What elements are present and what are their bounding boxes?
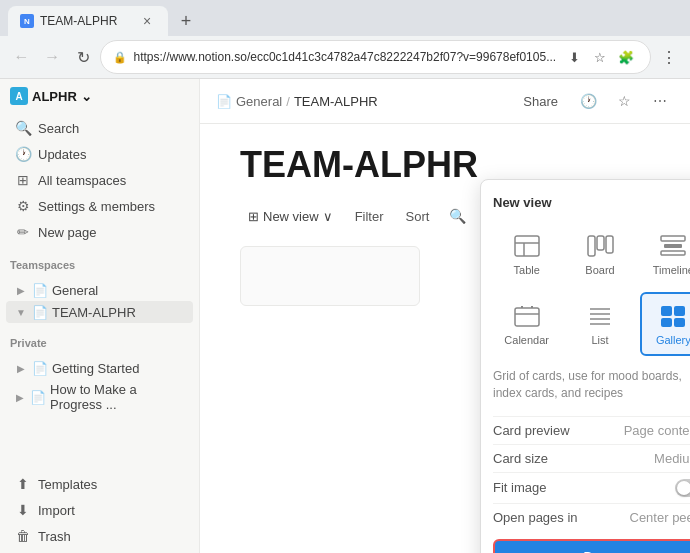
open-pages-value[interactable]: Center peek ›	[630, 510, 691, 525]
sidebar-item-updates[interactable]: 🕐 Updates	[6, 141, 193, 167]
tab-close-button[interactable]: ×	[138, 12, 156, 30]
view-option-timeline[interactable]: Timeline	[640, 222, 690, 286]
address-bar[interactable]: 🔒 https://www.notion.so/ecc0c1d41c3c4782…	[100, 40, 651, 74]
more-button[interactable]: ⋯	[646, 87, 674, 115]
done-button[interactable]: Done	[493, 539, 690, 553]
teamspaces-icon: ⊞	[14, 171, 32, 189]
sidebar-item-team-alphr[interactable]: ▼ 📄 TEAM-ALPHR	[6, 301, 193, 323]
sidebar-item-import[interactable]: ⬇ Import	[6, 497, 193, 523]
svg-rect-0	[515, 236, 539, 256]
board-label: Board	[585, 264, 614, 276]
search-button[interactable]: 🔍	[443, 202, 471, 230]
new-view-panel: New view × Table	[480, 179, 690, 553]
reload-button[interactable]: ↻	[70, 43, 97, 71]
history-button[interactable]: 🕐	[574, 87, 602, 115]
progress-page-icon: 📄	[30, 389, 46, 405]
tab-bar: N TEAM-ALPHR × +	[0, 0, 690, 36]
filter-button[interactable]: Filter	[347, 205, 392, 228]
forward-button[interactable]: →	[39, 43, 66, 71]
workspace-name[interactable]: A ALPHR ⌄	[10, 87, 92, 105]
svg-rect-7	[664, 244, 682, 248]
private-section: Private	[0, 325, 199, 355]
card-preview-option[interactable]: Card preview Page content ›	[493, 416, 690, 444]
view-button[interactable]: ⊞ New view ∨	[240, 205, 341, 228]
breadcrumb-parent: General	[236, 94, 282, 109]
address-star-icon[interactable]: ☆	[588, 45, 612, 69]
breadcrumb-separator: /	[286, 94, 290, 109]
toggle-knob	[677, 481, 690, 495]
card-size-option[interactable]: Card size Medium ›	[493, 444, 690, 472]
sidebar-item-new-page[interactable]: ✏ New page	[6, 219, 193, 245]
sidebar-item-settings[interactable]: ⚙ Settings & members	[6, 193, 193, 219]
open-pages-option[interactable]: Open pages in Center peek ›	[493, 503, 690, 531]
team-alphr-page-icon: 📄	[32, 304, 48, 320]
trash-icon: 🗑	[14, 527, 32, 545]
timeline-label: Timeline	[653, 264, 690, 276]
browser-menu-button[interactable]: ⋮	[655, 43, 682, 71]
team-alphr-arrow: ▼	[14, 305, 28, 319]
card-preview-label: Card preview	[493, 423, 570, 438]
sort-button[interactable]: Sort	[398, 205, 438, 228]
list-icon	[584, 302, 616, 330]
sidebar-nav: 🔍 Search 🕐 Updates ⊞ All teamspaces ⚙ Se…	[0, 113, 199, 247]
new-page-icon: ✏	[14, 223, 32, 241]
breadcrumb: 📄 General / TEAM-ALPHR	[216, 94, 378, 109]
updates-icon: 🕐	[14, 145, 32, 163]
sidebar-item-all-teamspaces[interactable]: ⊞ All teamspaces	[6, 167, 193, 193]
sidebar-item-general[interactable]: ▶ 📄 General	[6, 279, 193, 301]
view-option-gallery[interactable]: Gallery	[640, 292, 690, 356]
view-option-table[interactable]: Table	[493, 222, 560, 286]
svg-rect-9	[515, 308, 539, 326]
lock-icon: 🔒	[113, 51, 127, 64]
svg-rect-19	[661, 318, 672, 327]
view-option-calendar[interactable]: Calendar	[493, 292, 560, 356]
general-arrow: ▶	[14, 283, 28, 297]
gallery-icon	[657, 302, 689, 330]
fit-image-toggle[interactable]	[675, 479, 690, 497]
download-icon[interactable]: ⬇	[562, 45, 586, 69]
templates-icon: ⬆	[14, 475, 32, 493]
view-icon: ⊞	[248, 209, 259, 224]
view-arrow: ∨	[323, 209, 333, 224]
calendar-icon	[511, 302, 543, 330]
gallery-area	[240, 246, 420, 306]
svg-rect-4	[597, 236, 604, 250]
sidebar-item-search[interactable]: 🔍 Search	[6, 115, 193, 141]
app: A ALPHR ⌄ 🔍 Search 🕐 Updates ⊞ All teams…	[0, 79, 690, 553]
view-options-grid: Table Board	[493, 222, 690, 356]
settings-icon: ⚙	[14, 197, 32, 215]
new-tab-button[interactable]: +	[172, 7, 200, 35]
sidebar-footer: ⬆ Templates ⬇ Import 🗑 Trash	[0, 467, 199, 553]
timeline-icon	[657, 232, 689, 260]
nav-bar: ← → ↻ 🔒 https://www.notion.so/ecc0c1d41c…	[0, 36, 690, 79]
card-preview-value[interactable]: Page content ›	[624, 423, 690, 438]
svg-rect-8	[661, 251, 685, 255]
url-text: https://www.notion.so/ecc0c1d41c3c4782a4…	[133, 50, 556, 64]
active-tab[interactable]: N TEAM-ALPHR ×	[8, 6, 168, 36]
getting-started-arrow: ▶	[14, 361, 28, 375]
card-size-value[interactable]: Medium ›	[654, 451, 690, 466]
header-actions: Share 🕐 ☆ ⋯	[515, 87, 674, 115]
sidebar-item-trash[interactable]: 🗑 Trash	[6, 523, 193, 549]
page-header: 📄 General / TEAM-ALPHR Share 🕐 ☆ ⋯	[200, 79, 690, 124]
open-pages-text: Center peek	[630, 510, 691, 525]
panel-description: Grid of cards, use for mood boards, inde…	[493, 364, 690, 406]
favorite-button[interactable]: ☆	[610, 87, 638, 115]
import-icon: ⬇	[14, 501, 32, 519]
share-button[interactable]: Share	[515, 91, 566, 112]
sidebar-item-templates[interactable]: ⬆ Templates	[6, 471, 193, 497]
breadcrumb-current: TEAM-ALPHR	[294, 94, 378, 109]
sidebar-item-how-to-progress[interactable]: ▶ 📄 How to Make a Progress ...	[6, 379, 193, 415]
fit-image-label: Fit image	[493, 480, 546, 495]
back-button[interactable]: ←	[8, 43, 35, 71]
list-label: List	[591, 334, 608, 346]
getting-started-icon: 📄	[32, 360, 48, 376]
extensions-icon[interactable]: 🧩	[614, 45, 638, 69]
sidebar-item-getting-started[interactable]: ▶ 📄 Getting Started	[6, 357, 193, 379]
card-preview-text: Page content	[624, 423, 690, 438]
view-option-list[interactable]: List	[566, 292, 633, 356]
teamspaces-nav: ▶ 📄 General ▼ 📄 TEAM-ALPHR	[0, 277, 199, 325]
view-option-board[interactable]: Board	[566, 222, 633, 286]
table-label: Table	[514, 264, 540, 276]
private-nav: ▶ 📄 Getting Started ▶ 📄 How to Make a Pr…	[0, 355, 199, 417]
